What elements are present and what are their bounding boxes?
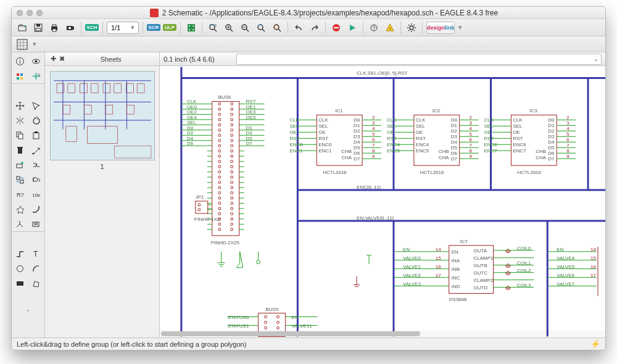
svg-text:VALVE4: VALVE4 (557, 255, 575, 261)
go-button[interactable] (346, 21, 359, 35)
design-link-dropdown[interactable]: ▾ (457, 23, 463, 31)
mark-tool[interactable] (28, 68, 45, 83)
circle-tool[interactable] (12, 261, 28, 276)
rotate-tool[interactable] (28, 113, 45, 128)
svg-text:17: 17 (590, 273, 596, 278)
redo-button[interactable] (308, 21, 321, 35)
svg-text:4: 4 (566, 126, 569, 131)
svg-text:IC7: IC7 (460, 239, 468, 244)
palette-expand[interactable]: ⌄ (12, 305, 44, 320)
svg-point-117 (231, 207, 233, 210)
errors-button[interactable]: ! (383, 21, 397, 35)
sheets-panel: ✚ ✖ Sheets (45, 52, 160, 337)
svg-text:OE5: OE5 (246, 115, 257, 120)
svg-text:ENC5: ENC5 (416, 148, 429, 154)
svg-point-107 (231, 181, 233, 184)
svg-text:2: 2 (372, 115, 375, 120)
svg-text:4: 4 (470, 126, 473, 131)
sheet-thumbnail[interactable] (50, 71, 155, 160)
sheet-add-button[interactable]: ✚ (49, 55, 57, 63)
polygon-tool[interactable] (28, 276, 45, 291)
open-button[interactable] (15, 21, 29, 35)
cam-button[interactable] (64, 21, 77, 35)
grid-button[interactable] (15, 38, 29, 51)
svg-text:T: T (33, 250, 38, 259)
rect-tool[interactable] (12, 276, 28, 291)
display-tool[interactable] (12, 68, 28, 83)
board-switch-button[interactable]: SCH (85, 21, 99, 35)
zoom-out-button[interactable] (238, 21, 252, 35)
settings-button[interactable] (405, 21, 418, 35)
svg-point-102 (218, 171, 221, 173)
group-tool[interactable] (28, 98, 45, 113)
horizontal-scrollbar[interactable] (160, 330, 605, 337)
svg-point-103 (231, 171, 233, 173)
design-link-button[interactable]: designlink (426, 22, 455, 34)
pinswap-tool[interactable] (28, 157, 45, 172)
zoom-fit-button[interactable] (206, 21, 220, 35)
svg-text:EN,VALVE[0..11]: EN,VALVE[0..11] (357, 215, 394, 221)
add-tool[interactable] (12, 157, 28, 172)
svg-point-112 (218, 197, 221, 199)
svg-point-97 (231, 155, 233, 157)
svg-text:7: 7 (566, 143, 569, 148)
miter-tool[interactable] (28, 202, 45, 217)
svg-rect-53 (17, 281, 23, 286)
sheet-selector[interactable]: 1/1▾ (107, 22, 139, 34)
brd-button[interactable] (184, 21, 198, 35)
arc-tool[interactable] (28, 261, 45, 276)
zoom-redraw-button[interactable] (254, 21, 268, 35)
change-tool[interactable] (28, 143, 45, 157)
ulp-button[interactable]: ULP (163, 21, 176, 35)
svg-text:R?: R? (17, 192, 24, 198)
svg-rect-36 (17, 77, 19, 80)
info-tool[interactable]: i (12, 54, 28, 68)
split-tool[interactable] (12, 217, 28, 231)
delete-tool[interactable] (12, 143, 28, 157)
paste-tool[interactable] (28, 128, 45, 143)
svg-point-122 (218, 223, 221, 225)
value-tool[interactable]: 10k (28, 187, 45, 202)
command-input[interactable]: ⌄ (236, 54, 602, 65)
svg-point-15 (210, 25, 215, 30)
mirror-tool[interactable] (12, 113, 28, 128)
grid-dropdown[interactable]: ▾ (33, 40, 36, 48)
svg-rect-10 (188, 24, 195, 31)
status-hint: Left-click&drag to define group (or left… (17, 341, 246, 348)
wire-tool[interactable] (12, 246, 28, 261)
svg-point-113 (231, 197, 233, 199)
svg-point-109 (231, 186, 233, 189)
move-tool[interactable] (12, 98, 28, 113)
smash-tool[interactable] (12, 202, 28, 217)
svg-point-78 (218, 108, 221, 110)
invoke-tool[interactable] (28, 217, 45, 231)
zoom-in-button[interactable] (222, 21, 236, 35)
sheet-del-button[interactable]: ✖ (57, 55, 66, 63)
svg-rect-5 (52, 25, 56, 27)
save-button[interactable] (31, 21, 45, 35)
svg-text:6: 6 (372, 137, 375, 143)
svg-text:3: 3 (566, 120, 569, 126)
show-tool[interactable] (28, 54, 45, 68)
window-minimize[interactable] (27, 10, 33, 16)
window-close[interactable] (17, 10, 23, 16)
gateswap-tool[interactable] (28, 172, 45, 187)
copy-tool[interactable] (12, 128, 28, 143)
svg-point-91 (231, 139, 233, 142)
erc-button[interactable]: ? (367, 21, 381, 35)
text-tool[interactable]: T (28, 246, 45, 261)
replace-tool[interactable] (12, 172, 28, 187)
zoom-select-button[interactable] (270, 21, 284, 35)
schematic-canvas[interactable]: CLK,SEL,OE[0..5],RST ENC[0..11] EN,VALVE… (160, 66, 605, 337)
svg-text:6: 6 (566, 137, 569, 143)
name-tool[interactable]: R? (12, 187, 28, 202)
undo-button[interactable] (292, 21, 305, 35)
window-zoom[interactable] (36, 10, 43, 16)
svg-text:CHA: CHA (341, 155, 352, 160)
print-button[interactable] (48, 21, 61, 35)
stop-button[interactable] (329, 21, 343, 35)
titlebar: 2 Schematic - /Applications/EAGLE-8.4.3/… (12, 7, 605, 19)
scr-button[interactable]: SCR (147, 21, 160, 35)
svg-text:CHA: CHA (536, 155, 547, 160)
svg-point-302 (257, 260, 260, 264)
